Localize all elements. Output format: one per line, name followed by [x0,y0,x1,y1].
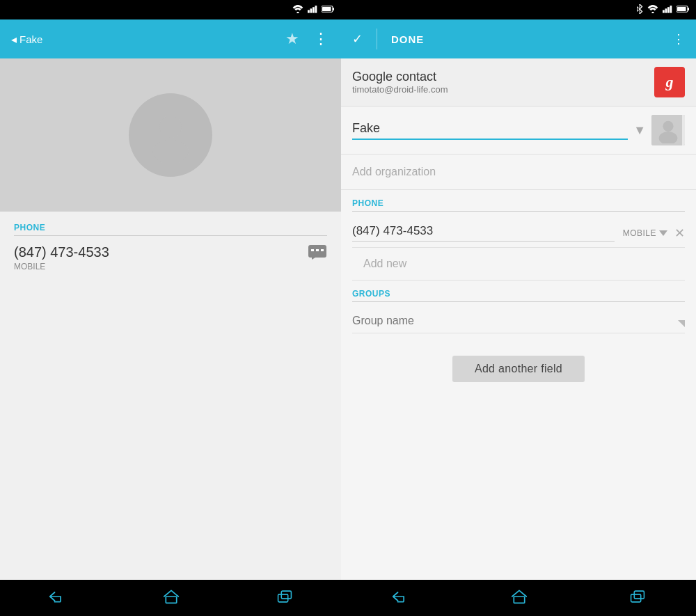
svg-rect-14 [677,6,686,10]
add-new-placeholder: Add new [363,258,406,269]
phone-field-row: MOBILE ✕ [352,219,685,248]
svg-point-24 [659,132,678,143]
back-nav-icon-left[interactable] [49,590,65,607]
done-check-icon[interactable]: ✓ [352,31,363,47]
back-button[interactable]: ◂ Fake [11,33,42,46]
recents-nav-icon-left[interactable] [277,590,292,607]
left-panel: ◂ Fake ★ ⋮ PHONE (847) 473-4533 [0,19,341,580]
svg-rect-28 [514,597,524,603]
svg-rect-30 [631,594,640,601]
more-options-icon-right[interactable]: ⋮ [672,31,685,47]
phone-row-left: (847) 473-4533 MOBILE [14,244,327,271]
name-chevron-icon[interactable]: ▼ [633,123,646,138]
wifi-icon-right [647,5,658,15]
toolbar-actions: ★ ⋮ [285,30,330,48]
phone-section-label-left: PHONE [14,223,327,236]
svg-rect-9 [663,10,665,13]
svg-rect-6 [322,6,331,10]
svg-point-8 [651,11,654,13]
svg-marker-19 [312,258,315,260]
right-toolbar: ✓ DONE ⋮ [341,19,696,58]
groups-section-label: GROUPS [352,289,685,302]
recents-nav-icon-right[interactable] [630,590,645,607]
group-name-input[interactable] [352,315,491,327]
avatar-person-svg [143,107,198,163]
phone-type-left: MOBILE [14,262,109,271]
account-row: Google contact timotato@droid-life.com g [341,58,696,106]
org-row[interactable]: Add organization [341,155,696,190]
name-input[interactable] [352,121,628,140]
svg-rect-10 [665,8,667,13]
avatar-thumb-svg [655,117,681,143]
svg-rect-4 [315,6,317,13]
svg-point-17 [152,139,188,163]
account-name: Google contact [352,70,448,84]
svg-point-16 [159,116,182,138]
main-content: ◂ Fake ★ ⋮ PHONE (847) 473-4533 [0,19,696,580]
avatar-circle [129,93,212,177]
home-nav-icon-right[interactable] [511,589,528,608]
status-bar [0,0,696,19]
status-bar-right [341,0,696,19]
phone-section-label-right: PHONE [352,198,685,212]
right-panel: ✓ DONE ⋮ Google contact timotato@droid-l… [341,19,696,580]
account-info: Google contact timotato@droid-life.com [352,70,448,95]
signal-icon-left [308,5,317,15]
svg-rect-26 [281,591,291,599]
back-chevron-icon: ◂ [11,33,17,46]
toolbar-divider [377,29,377,49]
left-toolbar: ◂ Fake ★ ⋮ [0,19,341,58]
corner-indicator [678,320,685,327]
org-placeholder: Add organization [352,166,685,178]
add-new-row[interactable]: Add new [352,248,685,281]
back-nav-icon-right[interactable] [392,590,409,607]
bottom-nav-right [341,580,696,616]
svg-rect-15 [688,7,689,10]
svg-rect-7 [333,7,334,10]
svg-rect-22 [321,249,324,251]
more-options-icon[interactable]: ⋮ [313,30,330,48]
svg-rect-21 [316,249,319,251]
svg-rect-20 [311,249,314,251]
avatar-thumbnail [651,115,685,145]
svg-rect-2 [310,8,313,13]
mobile-dropdown-icon[interactable] [659,230,667,236]
svg-rect-3 [313,7,315,13]
left-contact-info: PHONE (847) 473-4533 MOBILE [0,212,341,580]
star-icon[interactable]: ★ [285,30,299,48]
home-nav-icon-left[interactable] [163,589,180,608]
bluetooth-icon [636,4,643,16]
edit-form: ▼ Add organization PHONE MOBILE [341,106,696,580]
name-input-container [352,121,628,140]
google-icon: g [654,67,685,97]
status-bar-left [0,0,341,19]
battery-icon-right [677,5,689,15]
bottom-nav-left [0,580,341,616]
mobile-type-label: MOBILE [623,228,656,238]
sms-icon[interactable] [308,244,327,264]
signal-icon-right [663,5,672,15]
bottom-nav [0,580,696,616]
battery-icon-left [322,5,334,15]
contact-avatar-area [0,58,341,212]
svg-rect-25 [166,597,176,603]
wifi-icon-left [292,5,303,15]
name-row: ▼ [341,106,696,155]
close-phone-icon[interactable]: ✕ [674,226,685,241]
group-name-wrapper [352,315,675,327]
groups-section: GROUPS [341,281,696,333]
svg-point-23 [663,121,673,132]
phone-info-left: (847) 473-4533 MOBILE [14,244,109,271]
back-label: Fake [19,33,42,45]
add-another-field-button[interactable]: Add another field [452,356,585,382]
phone-number-left: (847) 473-4533 [14,244,109,260]
svg-rect-27 [278,594,288,601]
svg-rect-11 [667,7,670,13]
svg-rect-12 [670,6,672,13]
done-label[interactable]: DONE [391,33,424,45]
svg-rect-1 [308,10,310,13]
phone-input[interactable] [352,224,615,242]
svg-point-0 [296,11,299,13]
group-name-row [352,309,685,333]
phone-section-right: PHONE MOBILE ✕ Add new [341,190,696,281]
